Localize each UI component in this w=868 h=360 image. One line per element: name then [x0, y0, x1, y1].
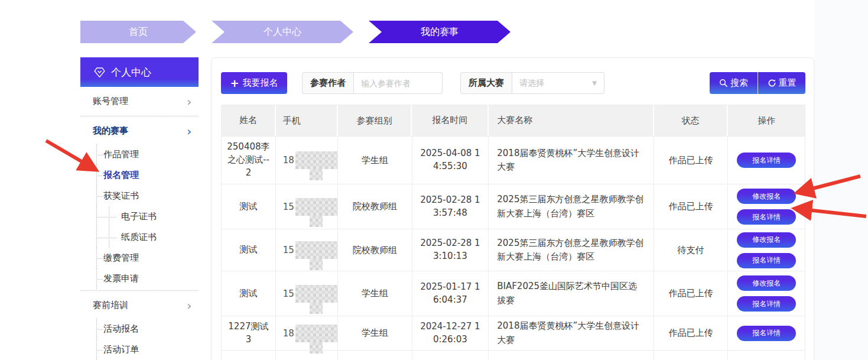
registration-detail-button[interactable]: 报名详情 [737, 296, 796, 312]
caret-down-icon: ▼ [592, 80, 597, 86]
search-icon [719, 79, 728, 87]
phone-prefix: 15 [283, 288, 294, 299]
sidebar-item[interactable]: 发票申请 [80, 268, 199, 289]
cell-name: 测试 [222, 271, 276, 316]
sidebar-item-label: 获奖证书 [103, 190, 139, 201]
main-panel: + 我要报名 参赛作者 所属大赛 请选择 ▼ 搜索 [212, 57, 814, 360]
cell-group [338, 351, 412, 360]
register-button[interactable]: + 我要报名 [221, 72, 287, 94]
search-reset-group: 搜索 重置 [710, 72, 805, 94]
sidebar-item-label: 活动订单 [103, 344, 139, 355]
sidebar-item[interactable]: 电子证书 [80, 206, 199, 227]
cell-name: 1227测试3 [222, 316, 276, 350]
column-header: 报名时间 [412, 105, 489, 136]
cell-group: 学生组 [338, 316, 412, 350]
chevron-right-icon: › [186, 127, 193, 135]
registration-detail-button[interactable]: 报名详情 [737, 253, 796, 268]
cell-status: 待支付 [654, 229, 729, 271]
cell-contest: 2025第三届东方创意之星教师教学创新大赛上海（台湾）赛区 [489, 184, 654, 229]
cell-phone: +6 [276, 351, 338, 360]
cell-name: 测试 [222, 184, 276, 229]
cell-phone: 15 [276, 271, 338, 316]
cell-actions [728, 351, 805, 360]
breadcrumb-item-3[interactable]: 我的赛事 [369, 21, 511, 43]
search-button[interactable]: 搜索 [710, 72, 758, 94]
sidebar-item[interactable]: 活动订单 [80, 339, 199, 360]
phone-prefix: 15 [283, 245, 294, 255]
breadcrumb-item-1[interactable]: 首页 [80, 21, 196, 43]
cell-group: 学生组 [338, 137, 412, 184]
register-button-label: 我要报名 [243, 77, 278, 89]
page-background-strip [815, 0, 868, 360]
cell-time: 2025-02-28 13:57:48 [412, 184, 489, 229]
sidebar-item[interactable]: 报名管理 [80, 165, 199, 186]
registrations-table: 姓名手机参赛组别报名时间大赛名称状态操作 250408李之心测试--218学生组… [221, 105, 805, 360]
cell-actions: 修改报名报名详情 [728, 184, 805, 229]
cell-actions: 报名详情 [728, 316, 805, 350]
chevron-right-icon: › [186, 301, 193, 310]
page: 首页个人中心我的赛事 个人中心 账号管理›我的赛事›作品管理报名管理获奖证书电子… [0, 0, 868, 360]
cell-group: 学生组 [338, 271, 412, 316]
sidebar-item-label: 报名管理 [103, 170, 139, 180]
cell-phone: 15 [276, 229, 338, 271]
cell-time: 2025-01-17 16:04:37 [412, 271, 489, 316]
contest-filter-group: 所属大赛 请选择 ▼ [460, 72, 604, 94]
cell-contest: BIAF2025釜山国际艺术节中国区选拔赛 [489, 271, 654, 316]
cell-name: 250408李之心测试--2 [222, 137, 276, 184]
reset-button-label: 重置 [779, 77, 797, 89]
cell-group: 院校教师组 [338, 229, 412, 271]
column-header: 状态 [654, 105, 729, 136]
table-body: 250408李之心测试--218学生组2025-04-08 14:55:3020… [222, 136, 805, 360]
registration-detail-button[interactable]: 报名详情 [737, 209, 796, 225]
cell-phone: 18 [276, 316, 338, 350]
contest-select[interactable]: 请选择 ▼ [512, 72, 604, 94]
registration-detail-button[interactable]: 报名详情 [737, 153, 796, 168]
sidebar-group[interactable]: 赛前培训› [80, 292, 199, 319]
chevron-right-icon: › [186, 98, 193, 106]
phone-prefix: 18 [283, 155, 294, 166]
cell-contest: 2018届奉贤黄桃杯”大学生创意设计大赛 [489, 316, 654, 350]
cell-name: 测试 [222, 229, 276, 271]
modify-registration-button[interactable]: 修改报名 [737, 189, 796, 204]
sidebar-item-label: 纸质证书 [121, 232, 157, 242]
author-input[interactable] [354, 72, 443, 94]
registration-detail-button[interactable]: 报名详情 [737, 326, 796, 341]
breadcrumb-item-2[interactable]: 个人中心 [212, 21, 353, 43]
cell-time: 2025-02-28 13:10:13 [412, 229, 489, 271]
modify-registration-button[interactable]: 修改报名 [737, 275, 796, 291]
sidebar-group-label: 赛前培训 [93, 300, 128, 311]
tree-line [109, 206, 109, 227]
cell-status: 作品已上传 [654, 137, 729, 184]
table-row: Zeff Lee li+6 [222, 350, 805, 360]
phone-redaction-mosaic [295, 285, 337, 303]
sidebar-group-label: 我的赛事 [93, 125, 128, 137]
phone-prefix: 15 [283, 202, 294, 212]
sidebar-item[interactable]: 缴费管理 [80, 248, 199, 268]
author-filter-group: 参赛作者 [302, 72, 443, 94]
cell-contest: 2025第三届东方创意之星教师教学创新大赛上海（台湾）赛区 [489, 229, 654, 271]
refresh-icon [768, 79, 776, 87]
cell-status [654, 351, 729, 360]
sidebar-item-label: 活动报名 [103, 323, 139, 334]
table-row: 测试15院校教师组2025-02-28 13:10:132025第三届东方创意之… [222, 229, 805, 271]
sidebar-item[interactable]: 作品管理 [80, 144, 199, 165]
cell-time: 2025-04-08 14:55:30 [412, 137, 489, 184]
sidebar-item-label: 发票申请 [103, 273, 139, 284]
table-row: 测试15院校教师组2025-02-28 13:57:482025第三届东方创意之… [222, 184, 805, 229]
sidebar-title: 个人中心 [111, 66, 151, 79]
sidebar-item[interactable]: 活动报名 [80, 319, 199, 339]
sidebar-group[interactable]: 账号管理› [80, 88, 199, 115]
sidebar-item[interactable]: 纸质证书 [80, 227, 199, 248]
reset-button[interactable]: 重置 [758, 72, 805, 94]
sidebar-group[interactable]: 我的赛事› [80, 118, 199, 144]
modify-registration-button[interactable]: 修改报名 [737, 232, 796, 248]
cell-actions: 修改报名报名详情 [728, 271, 805, 316]
cell-status: 作品已上传 [654, 271, 729, 316]
sidebar-item[interactable]: 获奖证书 [80, 186, 199, 206]
cell-name: Zeff Lee li [222, 351, 276, 360]
search-button-label: 搜索 [730, 77, 748, 89]
sidebar-item-label: 缴费管理 [103, 252, 139, 263]
cell-contest [489, 351, 654, 360]
column-header: 姓名 [222, 105, 276, 136]
column-header: 操作 [728, 105, 805, 136]
